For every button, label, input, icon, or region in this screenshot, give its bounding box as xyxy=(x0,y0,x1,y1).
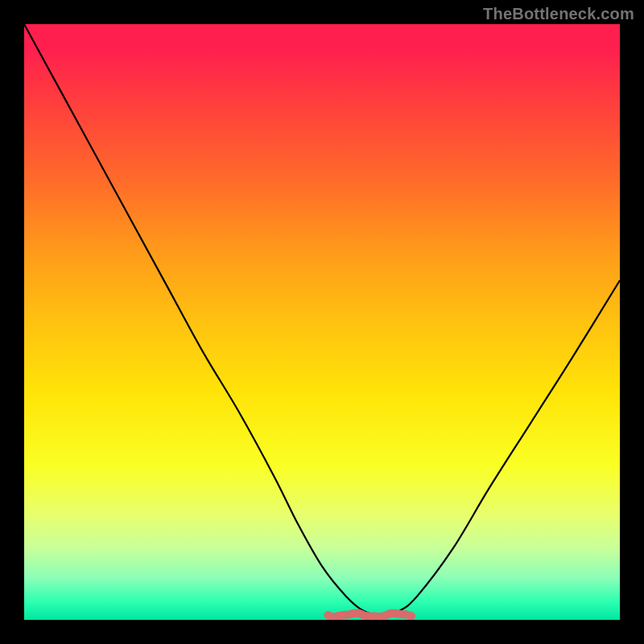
plot-area xyxy=(24,24,620,620)
chart-svg xyxy=(24,24,620,620)
bottleneck-curve xyxy=(24,24,620,615)
optimal-range-marker xyxy=(328,613,411,617)
chart-frame: TheBottleneck.com xyxy=(0,0,644,644)
watermark-text: TheBottleneck.com xyxy=(483,5,634,23)
